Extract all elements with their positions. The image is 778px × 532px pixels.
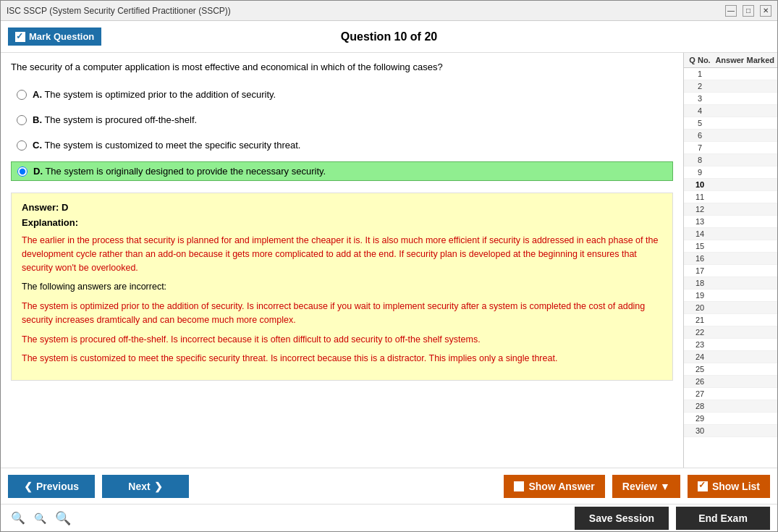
sidebar-row-answer [714,389,745,398]
minimize-button[interactable]: — [725,5,737,17]
sidebar-row[interactable]: 29 [684,413,777,425]
sidebar-row-marked [745,205,777,214]
sidebar-row-marked [745,352,777,361]
sidebar-row[interactable]: 8 [684,154,777,166]
sidebar-row-marked [745,131,777,140]
sidebar-row-answer [714,266,745,275]
sidebar-row-answer [714,426,745,435]
sidebar-list: 1234567891011121314151617181920212223242… [684,68,777,468]
sidebar-row[interactable]: 21 [684,314,777,326]
sidebar-row[interactable]: 20 [684,302,777,314]
zoom-in-button[interactable]: 🔍 [52,509,74,528]
sidebar-row[interactable]: 15 [684,240,777,253]
sidebar-row[interactable]: 1 [684,68,777,80]
save-session-label: Save Session [589,512,654,524]
option-c-radio[interactable] [17,140,27,151]
question-text: The security of a computer application i… [11,62,673,72]
show-list-label: Show List [712,481,760,492]
sidebar-row[interactable]: 28 [684,400,777,413]
sidebar-col-answer: Answer [714,56,745,64]
sidebar-row[interactable]: 26 [684,376,777,388]
sidebar-row-answer [714,279,745,287]
sidebar-row[interactable]: 14 [684,228,777,240]
sidebar-row-marked [745,82,777,90]
window-title: ISC SSCP (System Security Certified Prac… [7,6,231,16]
sidebar-row[interactable]: 3 [684,93,777,105]
sidebar-row-answer [714,143,745,152]
sidebar-row[interactable]: 13 [684,216,777,228]
review-button[interactable]: Review ▼ [612,475,680,498]
window-controls: — □ ✕ [725,5,771,17]
sidebar-row-marked [745,143,777,152]
mark-question-button[interactable]: Mark Question [8,28,101,46]
sidebar-row[interactable]: 5 [684,117,777,130]
sidebar-row-marked [745,156,777,164]
end-exam-label: End Exam [698,512,748,524]
review-arrow-icon: ▼ [660,481,670,492]
sidebar-row[interactable]: 12 [684,203,777,216]
sidebar-row[interactable]: 25 [684,363,777,376]
option-a[interactable]: A. The system is optimized prior to the … [11,85,673,104]
sidebar-row-answer [714,377,745,386]
sidebar-row-answer [714,242,745,250]
sidebar-row[interactable]: 18 [684,277,777,290]
sidebar-row-marked [745,94,777,103]
sidebar-row[interactable]: 23 [684,339,777,351]
zoom-out-button[interactable]: 🔍 [8,510,28,526]
option-b-radio[interactable] [17,115,27,125]
sidebar-row-marked [745,328,777,337]
zoom-controls: 🔍 🔍 🔍 [8,509,74,528]
sidebar-row[interactable]: 7 [684,142,777,154]
maximize-button[interactable]: □ [743,5,754,17]
sidebar-row[interactable]: 16 [684,253,777,265]
previous-button[interactable]: ❮ Previous [8,475,95,498]
sidebar-row-marked [745,193,777,201]
sidebar-row[interactable]: 19 [684,290,777,302]
sidebar-row-marked [745,291,777,300]
sidebar-row[interactable]: 10 [684,179,777,191]
option-d-label: D. The system is originally designed to … [33,166,326,177]
sidebar-row-answer [714,229,745,238]
main-content: The security of a computer application i… [1,53,777,468]
sidebar-row-num: 7 [685,143,714,152]
show-answer-button[interactable]: Show Answer [504,475,604,498]
close-button[interactable]: ✕ [760,5,771,17]
show-answer-icon [514,481,524,491]
sidebar-row[interactable]: 4 [684,105,777,117]
sidebar-row[interactable]: 6 [684,130,777,142]
option-c[interactable]: C. The system is customized to meet the … [11,136,673,154]
sidebar-row-answer [714,168,745,177]
sidebar-row-answer [714,156,745,164]
sidebar-row-answer [714,340,745,349]
option-b[interactable]: B. The system is procured off-the-shelf. [11,111,673,129]
next-button[interactable]: Next ❯ [102,475,189,498]
option-d[interactable]: D. The system is originally designed to … [11,161,673,181]
sidebar-row[interactable]: 24 [684,351,777,363]
sidebar-row[interactable]: 22 [684,326,777,339]
sidebar-row[interactable]: 30 [684,425,777,437]
show-list-button[interactable]: Show List [688,475,770,498]
save-session-button[interactable]: Save Session [575,507,669,530]
end-exam-button[interactable]: End Exam [676,507,770,530]
sidebar-row[interactable]: 2 [684,80,777,93]
sidebar-row-marked [745,365,777,373]
bottom-bar: ❮ Previous Next ❯ Show Answer Review ▼ S… [1,468,777,504]
sidebar-row-num: 8 [685,156,714,164]
sidebar-row-answer [714,180,745,189]
sidebar-row[interactable]: 11 [684,191,777,203]
sidebar-row-marked [745,426,777,435]
sidebar-row-marked [745,377,777,386]
option-d-radio[interactable] [17,166,28,177]
title-bar: ISC SSCP (System Security Certified Prac… [1,1,777,21]
sidebar-row-answer [714,193,745,201]
zoom-reset-button[interactable]: 🔍 [31,511,49,525]
sidebar-row[interactable]: 17 [684,265,777,277]
previous-label: Previous [36,481,79,492]
sidebar-row[interactable]: 27 [684,388,777,400]
option-a-label: A. The system is optimized prior to the … [33,89,276,100]
sidebar-row-marked [745,254,777,263]
sidebar-row-answer [714,119,745,127]
option-a-radio[interactable] [17,90,27,100]
sidebar-row-answer [714,94,745,103]
sidebar-row[interactable]: 9 [684,166,777,179]
